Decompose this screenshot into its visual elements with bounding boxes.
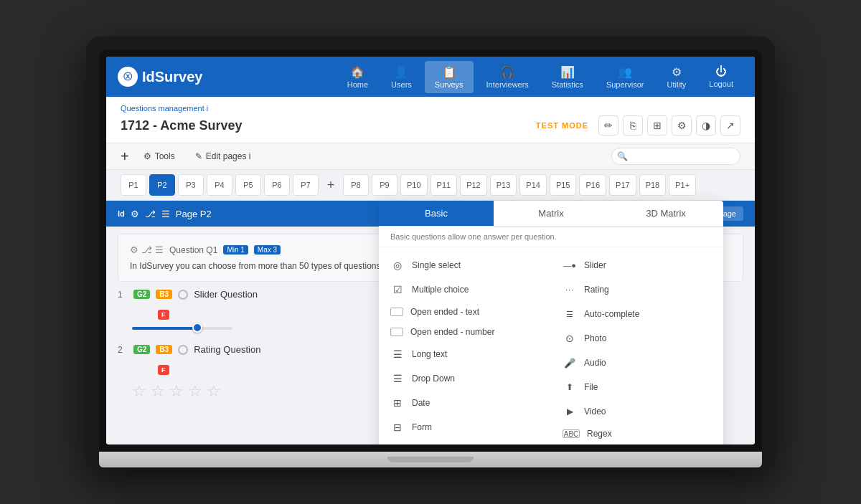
page-tab-p3[interactable]: P3 — [178, 174, 204, 196]
dropdown-label: Drop Down — [412, 374, 455, 384]
nav-interviewers-label: Interviewers — [486, 80, 529, 89]
page-tab-p13[interactable]: P13 — [490, 174, 517, 196]
edit-icon-btn[interactable]: ✏ — [598, 115, 618, 135]
file-label: File — [584, 382, 598, 392]
edit-pages-button[interactable]: ✎ Edit pages i — [189, 149, 257, 163]
q-badge-min: Min 1 — [223, 245, 248, 255]
type-signature[interactable]: ✒ Signature — [551, 444, 723, 444]
q-branch-icon: ⎇ — [141, 244, 152, 255]
add-page-button[interactable]: + — [321, 176, 340, 194]
page-tab-p15[interactable]: P15 — [550, 174, 577, 196]
nav-utility[interactable]: ⚙ Utility — [657, 61, 696, 93]
type-autocomplete[interactable]: ☰ Auto-complete — [551, 302, 723, 326]
rating-label: Rating — [584, 285, 609, 295]
type-dropdown[interactable]: Drop Down — [379, 366, 551, 391]
type-video[interactable]: ▶ Video — [551, 399, 723, 424]
page-title: 1712 - Acme Survey — [121, 118, 242, 133]
type-file[interactable]: ⬆ File — [551, 375, 723, 399]
page-tab-p1[interactable]: P1 — [121, 174, 146, 196]
page-tab-p9[interactable]: P9 — [372, 174, 397, 196]
type-form[interactable]: Form — [379, 415, 551, 439]
main-content: Id ⚙ ⎇ ☰ Page P2 e page ⚙ ⎇ ☰ — [106, 201, 755, 444]
page-tab-p14[interactable]: P14 — [519, 174, 547, 196]
page-tab-p8[interactable]: P8 — [343, 174, 369, 196]
q1-tag-f: F — [158, 310, 169, 320]
q2-tag-f: F — [158, 365, 169, 375]
nav-interviewers[interactable]: 🎧 Interviewers — [476, 61, 539, 93]
settings-icon-btn[interactable]: ⚙ — [672, 115, 692, 135]
page-tab-p5[interactable]: P5 — [235, 174, 261, 196]
page-tab-p4[interactable]: P4 — [207, 174, 232, 196]
q-gear-icon: ⚙ — [130, 244, 138, 255]
long-text-label: Long text — [412, 349, 447, 359]
tools-label: Tools — [155, 151, 175, 161]
form-icon — [390, 420, 405, 434]
page-tab-p6[interactable]: P6 — [264, 174, 290, 196]
type-slider[interactable]: —● Slider — [551, 253, 723, 277]
search-box: 🔍 — [611, 148, 740, 165]
type-open-number[interactable]: Open ended - number — [379, 322, 551, 342]
tools-button[interactable]: ⚙ Tools — [138, 149, 181, 163]
nav-surveys-label: Surveys — [435, 80, 464, 89]
page-tab-p7[interactable]: P7 — [293, 174, 319, 196]
type-long-text[interactable]: Long text — [379, 342, 551, 366]
copy-icon-btn[interactable]: ⎘ — [623, 115, 643, 135]
multiple-choice-label: Multiple choice — [412, 285, 469, 295]
nav-surveys[interactable]: 📋 Surveys — [425, 61, 474, 93]
page-header: Questions management i 1712 - Acme Surve… — [106, 97, 755, 143]
share-icon-btn[interactable]: ↗ — [720, 115, 740, 135]
q2-radio — [178, 345, 188, 355]
q-tools: ⚙ ⎇ ☰ — [130, 244, 164, 255]
top-navigation: ⓧ IdSurvey 🏠 Home 👤 Users 📋 Surveys — [106, 57, 755, 97]
q2-title: Rating Question — [194, 344, 260, 355]
laptop-base — [99, 452, 762, 467]
search-icon: 🔍 — [617, 151, 628, 161]
slider-icon: —● — [563, 258, 577, 272]
page-tab-p11[interactable]: P11 — [430, 174, 458, 196]
dropdown-tab-3d[interactable]: 3D Matrix — [608, 201, 723, 226]
nav-supervisor[interactable]: 👥 Supervisor — [596, 61, 654, 93]
page-tab-p16[interactable]: P16 — [579, 174, 606, 196]
chart-icon-btn[interactable]: ◑ — [696, 115, 716, 135]
nav-home[interactable]: 🏠 Home — [337, 61, 378, 93]
dropdown-tab-basic[interactable]: Basic — [379, 201, 494, 226]
type-open-text[interactable]: Open ended - text — [379, 302, 551, 322]
page-tabs: P1 P2 P3 P4 P5 P6 P7 + P8 P9 P10 P11 P12… — [106, 170, 755, 201]
type-multiple-choice[interactable]: Multiple choice — [379, 277, 551, 302]
page-section-id-icon: Id — [118, 209, 125, 218]
type-nps[interactable]: NPS — [379, 439, 551, 444]
page-tab-p10[interactable]: P10 — [400, 174, 428, 196]
breadcrumb[interactable]: Questions management i — [121, 104, 740, 113]
nav-statistics[interactable]: 📊 Statistics — [542, 61, 593, 93]
test-mode-badge: TEST MODE — [536, 121, 588, 130]
slider-thumb[interactable] — [192, 323, 202, 333]
grid-icon-btn[interactable]: ⊞ — [647, 115, 667, 135]
nav-home-label: Home — [347, 80, 368, 89]
logo-text: IdSurvey — [142, 69, 202, 85]
q2-num: 2 — [118, 345, 128, 355]
search-input[interactable] — [611, 148, 740, 165]
page-tab-p12[interactable]: P12 — [460, 174, 487, 196]
edit-pages-label: Edit pages i — [206, 151, 251, 161]
type-regex[interactable]: ABC Regex — [551, 424, 723, 444]
type-rating[interactable]: ··· Rating — [551, 277, 723, 302]
nav-logout[interactable]: ⏻ Logout — [699, 61, 743, 92]
type-audio[interactable]: 🎤 Audio — [551, 351, 723, 375]
q1-num: 1 — [118, 290, 128, 300]
page-tab-p2[interactable]: P2 — [149, 174, 175, 196]
type-photo[interactable]: Photo — [551, 326, 723, 351]
page-tab-p19[interactable]: P1+ — [669, 174, 696, 196]
add-button[interactable]: + — [121, 148, 129, 165]
q-badge-max: Max 3 — [254, 245, 281, 255]
long-text-icon — [390, 347, 405, 361]
dropdown-tab-matrix[interactable]: Matrix — [494, 201, 608, 226]
type-single-select[interactable]: Single select — [379, 253, 551, 277]
page-section-branch-icon: ⎇ — [145, 209, 156, 219]
type-date[interactable]: Date — [379, 391, 551, 415]
dropdown-description: Basic questions allow one answer per que… — [379, 227, 723, 247]
video-icon: ▶ — [563, 404, 577, 419]
surveys-icon: 📋 — [442, 65, 456, 79]
page-tab-p17[interactable]: P17 — [609, 174, 636, 196]
page-tab-p18[interactable]: P18 — [639, 174, 667, 196]
nav-users[interactable]: 👤 Users — [381, 61, 422, 93]
